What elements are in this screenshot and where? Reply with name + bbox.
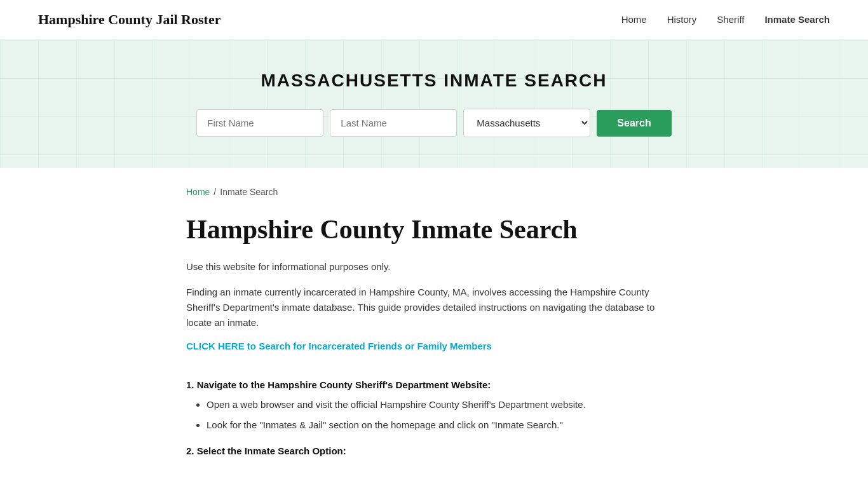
nav-link-history[interactable]: History: [667, 14, 697, 25]
breadcrumb: Home / Inmate Search: [186, 187, 682, 197]
hero-heading: MASSACHUSETTS INMATE SEARCH: [13, 71, 855, 91]
search-form: MassachusettsAlabamaAlaskaArizonaArkansa…: [13, 109, 855, 137]
site-header: Hampshire County Jail Roster HomeHistory…: [0, 0, 868, 40]
step1-heading: 1. Navigate to the Hampshire County Sher…: [186, 379, 682, 390]
main-nav: HomeHistorySheriffInmate Search: [621, 14, 830, 25]
first-name-input[interactable]: [196, 109, 323, 137]
step2-heading: 2. Select the Inmate Search Option:: [186, 445, 682, 456]
main-content: Home / Inmate Search Hampshire County In…: [148, 168, 720, 488]
search-button[interactable]: Search: [597, 110, 671, 137]
nav-list: HomeHistorySheriffInmate Search: [621, 14, 830, 25]
breadcrumb-home-link[interactable]: Home: [186, 187, 210, 197]
nav-link-home[interactable]: Home: [621, 14, 647, 25]
breadcrumb-current: Inmate Search: [220, 187, 278, 197]
last-name-input[interactable]: [330, 109, 457, 137]
page-title: Hampshire County Inmate Search: [186, 215, 682, 244]
state-select[interactable]: MassachusettsAlabamaAlaskaArizonaArkansa…: [463, 109, 590, 137]
intro-text-2: Finding an inmate currently incarcerated…: [186, 285, 682, 330]
nav-link-inmate-search[interactable]: Inmate Search: [764, 14, 830, 25]
site-title[interactable]: Hampshire County Jail Roster: [38, 11, 220, 28]
click-here-link[interactable]: CLICK HERE to Search for Incarcerated Fr…: [186, 341, 492, 351]
bullet-item: Look for the "Inmates & Jail" section on…: [207, 417, 682, 433]
hero-banner: MASSACHUSETTS INMATE SEARCH Massachusett…: [0, 40, 868, 168]
breadcrumb-separator: /: [214, 187, 216, 197]
intro-text-1: Use this website for informational purpo…: [186, 259, 682, 274]
bullet-item: Open a web browser and visit the officia…: [207, 396, 682, 413]
step1-bullets: Open a web browser and visit the officia…: [186, 396, 682, 433]
nav-link-sheriff[interactable]: Sheriff: [717, 14, 744, 25]
